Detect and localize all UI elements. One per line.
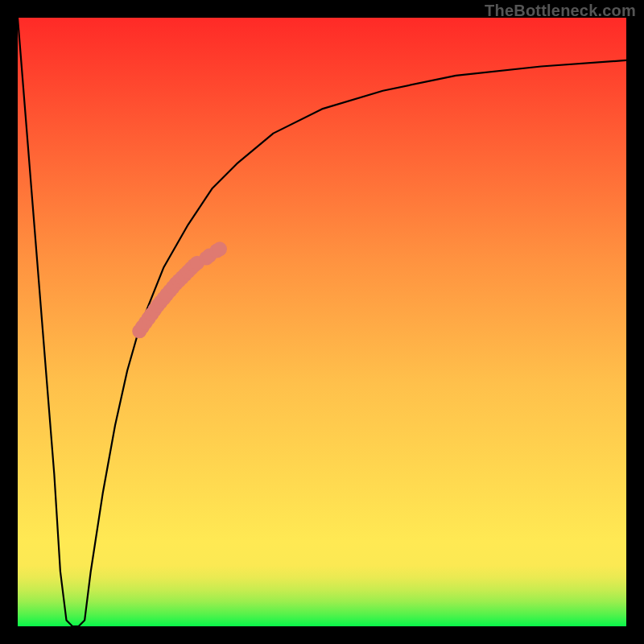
highlight-point bbox=[213, 242, 227, 256]
attribution-text: TheBottleneck.com bbox=[485, 2, 636, 20]
plot-area bbox=[18, 18, 626, 626]
bottleneck-chart bbox=[18, 18, 626, 626]
